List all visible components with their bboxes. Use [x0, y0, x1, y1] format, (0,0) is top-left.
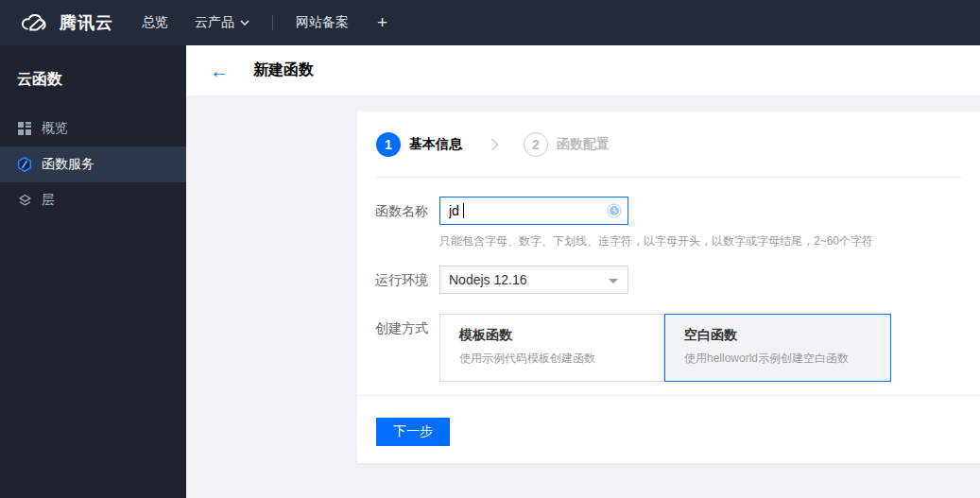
text-cursor — [463, 203, 464, 218]
nav-item-cloud-products[interactable]: 云产品 — [181, 0, 263, 45]
select-caret-icon — [609, 279, 618, 283]
tencent-cloud-logo-icon — [19, 11, 51, 34]
function-name-label: 函数名称 — [375, 197, 439, 225]
function-name-help-text: 只能包含字母、数字、下划线、连字符，以字母开头，以数字或字母结尾，2~60个字符 — [439, 233, 980, 249]
creation-method-cards: 模板函数 使用示例代码模板创建函数 空白函数 使用helloworld示例创建空… — [439, 314, 891, 382]
nav-item-icp-filing[interactable]: 网站备案 — [283, 0, 362, 45]
main-area: ← 新建函数 1 基本信息 2 函数配置 函数 — [186, 45, 980, 498]
runtime-select[interactable]: Nodejs 12.16 — [439, 266, 628, 294]
back-arrow-button[interactable]: ← — [210, 61, 229, 80]
step-basic-info: 1 基本信息 — [376, 132, 462, 157]
sidebar-item-label: 层 — [42, 192, 55, 209]
sidebar: 云函数 概览 函数服务 — [0, 45, 186, 498]
brand-logo-link[interactable]: 腾讯云 — [0, 11, 129, 34]
function-hexagon-icon — [17, 157, 32, 172]
method-card-template-function[interactable]: 模板函数 使用示例代码模板创建函数 — [439, 314, 664, 382]
layers-icon — [17, 193, 32, 208]
brand-name: 腾讯云 — [60, 11, 113, 34]
page-header: ← 新建函数 — [186, 45, 980, 95]
sidebar-item-label: 概览 — [42, 120, 68, 137]
validating-clock-icon — [607, 203, 622, 218]
step-number-badge: 1 — [376, 132, 401, 157]
creation-method-label: 创建方式 — [375, 314, 439, 382]
wizard-steps: 1 基本信息 2 函数配置 — [357, 112, 980, 177]
sidebar-item-overview[interactable]: 概览 — [0, 111, 186, 146]
sidebar-item-label: 函数服务 — [42, 156, 95, 173]
page-title: 新建函数 — [253, 60, 314, 80]
runtime-label: 运行环境 — [375, 266, 439, 294]
sidebar-item-function-service[interactable]: 函数服务 — [0, 146, 186, 182]
add-nav-tab-button[interactable]: + — [362, 12, 403, 33]
sidebar-item-layers[interactable]: 层 — [0, 182, 186, 218]
tencent-cloud-console: 腾讯云 总览 云产品 网站备案 + 云函数 — [0, 0, 980, 498]
runtime-selected-value: Nodejs 12.16 — [449, 272, 527, 287]
function-name-input[interactable] — [439, 197, 628, 225]
chevron-down-icon — [240, 20, 249, 26]
new-function-card: 1 基本信息 2 函数配置 函数名称 — [357, 112, 980, 463]
top-nav: 腾讯云 总览 云产品 网站备案 + — [0, 0, 980, 45]
function-name-input-wrap — [439, 197, 628, 225]
function-name-row: 函数名称 — [375, 197, 980, 225]
nav-item-overview[interactable]: 总览 — [129, 0, 181, 45]
method-card-blank-function[interactable]: 空白函数 使用helloworld示例创建空白函数 — [664, 314, 891, 382]
runtime-row: 运行环境 Nodejs 12.16 — [375, 266, 980, 294]
chevron-right-icon — [490, 138, 499, 151]
step-function-config: 2 函数配置 — [524, 132, 610, 157]
creation-method-row: 创建方式 模板函数 使用示例代码模板创建函数 空白函数 使用helloworld… — [375, 314, 980, 382]
basic-info-form: 函数名称 只能包含字母、数字、下划线、连字符，以字母开 — [357, 197, 980, 382]
step-number-badge: 2 — [524, 132, 548, 157]
nav-divider — [272, 15, 273, 30]
sidebar-title: 云函数 — [0, 45, 186, 111]
steps-divider — [376, 177, 961, 178]
grid-icon — [17, 121, 32, 136]
card-footer-divider — [357, 395, 980, 396]
next-step-button[interactable]: 下一步 — [376, 418, 450, 446]
